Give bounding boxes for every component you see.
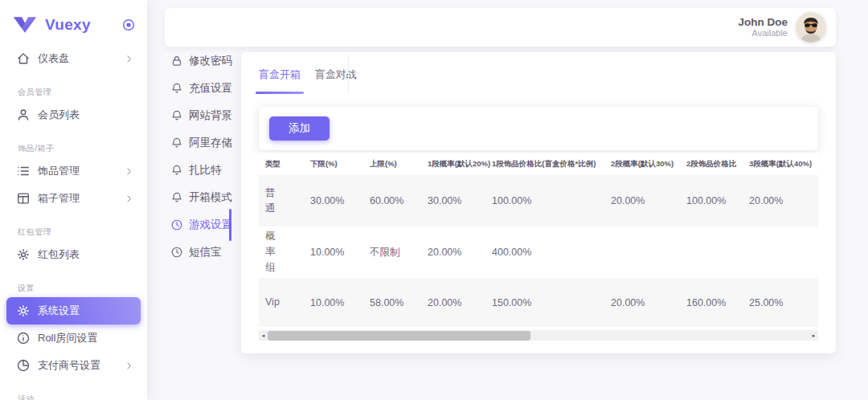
- column-header: 3段概率(默认40%): [743, 153, 818, 175]
- sidebar-nav: 仪表盘 会员管理 会员列表 饰品/箱子 饰品管理 箱子管理 红包管理: [0, 39, 147, 400]
- sidebar-item-label: 支付商号设置: [38, 358, 124, 373]
- column-header: 1段概率(默认20%): [421, 153, 485, 175]
- cell-value: 20.00%: [421, 278, 485, 327]
- cell-value: 160.00%: [680, 278, 743, 327]
- sidebar-section-activity: 活动: [0, 394, 147, 400]
- submenu-item-sms-bao[interactable]: 短信宝: [162, 239, 230, 266]
- submenu-item-label: 扎比特: [189, 163, 222, 178]
- cell-type: 概率组: [265, 229, 285, 276]
- cell-value: 10.00%: [304, 227, 363, 278]
- sidebar-section-settings: 设置: [0, 283, 147, 294]
- cell-value: [743, 227, 818, 278]
- sidebar-item-label: Roll房间设置: [38, 331, 134, 345]
- table-row: 普通 30.00% 60.00% 30.00% 100.00% 20.00% 1…: [259, 175, 818, 227]
- cell-value: 30.00%: [304, 175, 363, 227]
- cell-value: 25.00%: [743, 278, 818, 327]
- brand[interactable]: Vuexy: [0, 0, 147, 39]
- sidebar-item-member-list[interactable]: 会员列表: [6, 101, 141, 129]
- column-header: 2段概率(默认30%): [604, 153, 680, 175]
- submenu-item-recharge-settings[interactable]: 充值设置: [162, 75, 230, 102]
- user-icon: [16, 108, 31, 122]
- submenu-item-game-settings[interactable]: 游戏设置: [162, 211, 230, 239]
- user-status: Available: [738, 28, 788, 39]
- submenu-item-ali-storage[interactable]: 阿里存储: [162, 129, 230, 157]
- user-menu[interactable]: John Doe Available: [738, 12, 826, 43]
- cell-value: [604, 227, 680, 278]
- submenu-item-label: 修改密码: [189, 54, 232, 68]
- column-header: 1段饰品价格比(盲盒价格*比例): [485, 153, 604, 175]
- sidebar-item-label: 系统设置: [38, 304, 134, 318]
- cell-value: 400.00%: [485, 227, 604, 278]
- scroll-right-arrow-icon[interactable]: ▸: [809, 330, 818, 341]
- sidebar-item-box-mgmt[interactable]: 箱子管理: [6, 185, 141, 212]
- cell-value: 100.00%: [485, 175, 604, 227]
- cell-value: 58.00%: [363, 278, 421, 327]
- sidebar-item-label: 仪表盘: [38, 51, 124, 66]
- sidebar-item-system-settings[interactable]: 系统设置: [6, 297, 141, 324]
- scrollbar-thumb[interactable]: [268, 331, 530, 341]
- submenu-item-site-background[interactable]: 网站背景: [162, 102, 230, 129]
- table-header-row: 类型 下限(%) 上限(%) 1段概率(默认20%) 1段饰品价格比(盲盒价格*…: [259, 153, 818, 175]
- cell-type: 普通: [265, 186, 285, 217]
- column-header: 下限(%): [304, 153, 363, 175]
- sidebar-item-label: 箱子管理: [38, 191, 124, 206]
- home-icon: [16, 51, 31, 66]
- tab-divider: [348, 55, 349, 94]
- submenu-item-change-password[interactable]: 修改密码: [162, 47, 230, 75]
- cell-value: 20.00%: [604, 175, 680, 227]
- bell-icon: [170, 137, 183, 149]
- bell-icon: [170, 191, 183, 204]
- avatar[interactable]: [796, 12, 826, 43]
- tab-blindbox-battle[interactable]: 盲盒对战: [312, 52, 360, 96]
- column-header: 上限(%): [363, 153, 421, 175]
- sidebar-item-decoration-mgmt[interactable]: 饰品管理: [6, 157, 141, 185]
- cell-value: 20.00%: [743, 175, 818, 227]
- cell-value: 10.00%: [304, 278, 363, 327]
- submenu-item-zhabite[interactable]: 扎比特: [162, 157, 230, 184]
- sidebar-section-redpacket: 红包管理: [0, 227, 147, 238]
- tab-label: 盲盒开箱: [259, 67, 301, 82]
- avatar-image: [796, 12, 826, 43]
- scroll-left-arrow-icon[interactable]: ◂: [259, 330, 268, 341]
- layout-grid-icon: [16, 191, 31, 206]
- table-row: Vip 10.00% 58.00% 20.00% 150.00% 20.00% …: [259, 278, 818, 327]
- clock-icon: [170, 218, 183, 231]
- sidebar-section-member: 会员管理: [0, 87, 147, 98]
- chevron-right-icon: [124, 194, 134, 204]
- sidebar-item-redpacket-list[interactable]: 红包列表: [6, 241, 141, 268]
- tab-label: 盲盒对战: [315, 67, 357, 82]
- sidebar-item-dashboard[interactable]: 仪表盘: [6, 45, 141, 72]
- submenu-item-label: 网站背景: [189, 108, 232, 123]
- table-row: 概率组 10.00% 不限制 20.00% 400.00%: [259, 227, 818, 278]
- nav-pin-toggle-icon[interactable]: [121, 18, 136, 32]
- table-toolbar: 添加: [259, 107, 818, 150]
- sidebar-item-label: 饰品管理: [38, 164, 124, 178]
- submenu-item-unbox-mode[interactable]: 开箱模式: [162, 184, 230, 211]
- sidebar: Vuexy 仪表盘 会员管理 会员列表 饰品/箱子 饰品管理: [0, 0, 147, 400]
- sidebar-item-payment-merchant[interactable]: 支付商号设置: [6, 352, 141, 379]
- submenu-item-label: 游戏设置: [189, 218, 232, 232]
- add-button[interactable]: 添加: [269, 116, 330, 141]
- list-icon: [16, 164, 31, 178]
- clock-icon: [170, 246, 183, 259]
- cell-value: 150.00%: [485, 278, 604, 327]
- gear-icon: [16, 304, 31, 318]
- cell-value: 30.00%: [421, 175, 485, 227]
- horizontal-scrollbar[interactable]: ◂ ▸: [259, 330, 818, 341]
- sidebar-item-roll-room-settings[interactable]: Roll房间设置: [6, 324, 141, 352]
- sidebar-item-label: 红包列表: [38, 247, 134, 262]
- user-name: John Doe: [738, 16, 788, 28]
- tab-bar: 盲盒开箱 盲盒对战: [241, 52, 836, 96]
- main-content-card: 盲盒开箱 盲盒对战 添加 类型 下限(%) 上限(%) 1段概率(默认20%): [241, 52, 836, 353]
- bell-icon: [170, 109, 183, 122]
- vuexy-logo-icon: [13, 16, 37, 34]
- info-icon: [16, 331, 31, 345]
- header-bar: John Doe Available: [165, 8, 836, 47]
- cell-value: 60.00%: [363, 175, 421, 227]
- chevron-right-icon: [124, 166, 134, 177]
- settings-submenu: 修改密码 充值设置 网站背景 阿里存储 扎比特 开箱模式 游戏设置 短信宝: [162, 47, 230, 266]
- column-header: 2段饰品价格比: [680, 153, 743, 175]
- bell-icon: [170, 164, 183, 177]
- tab-blindbox-open[interactable]: 盲盒开箱: [256, 52, 304, 96]
- submenu-item-label: 开箱模式: [189, 190, 232, 205]
